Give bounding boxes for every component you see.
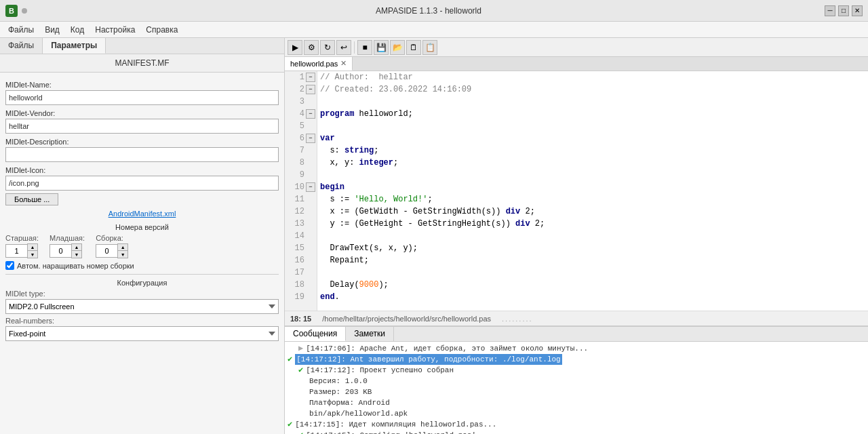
fold-button[interactable]: − xyxy=(306,73,315,82)
message-line: Размер: 203 KB xyxy=(288,387,865,397)
message-text: [14:17:15]: Идет компиляция helloworld.p… xyxy=(295,419,496,430)
real-numbers-select[interactable]: Fixed-point Floating-point xyxy=(5,326,279,341)
code-line xyxy=(320,230,865,242)
version-section-title: Номера версий xyxy=(5,223,279,231)
line-number: 1 xyxy=(300,73,306,82)
midlet-description-input[interactable] xyxy=(5,147,279,162)
line-number-row: 11 xyxy=(285,193,317,205)
version-major-input[interactable] xyxy=(5,244,27,258)
more-button[interactable]: Больше ... xyxy=(5,193,58,205)
minimize-button[interactable]: ─ xyxy=(825,5,835,16)
line-number-row: 16 xyxy=(285,254,317,267)
code-line xyxy=(320,169,865,181)
version-major-down[interactable]: ▼ xyxy=(28,251,37,258)
menu-code[interactable]: Код xyxy=(65,24,90,36)
message-text: [14:17:06]: Apache Ant, идет сборка, это… xyxy=(306,343,588,354)
midlet-name-input[interactable] xyxy=(5,90,279,105)
status-dots: ......... xyxy=(502,315,533,323)
midlet-description-label: MIDlet-Description: xyxy=(5,138,279,146)
stop-button[interactable]: ■ xyxy=(357,40,372,55)
new-button[interactable]: 🗒 xyxy=(406,40,421,55)
midlet-icon-input[interactable] xyxy=(5,176,279,191)
refresh-button[interactable]: ↻ xyxy=(320,40,335,55)
line-number: 12 xyxy=(295,207,306,216)
fold-button[interactable]: − xyxy=(306,182,315,192)
editor-tab-0[interactable]: helloworld.pas ✕ xyxy=(285,57,353,71)
auto-increment-row: Автом. наращивать номер сборки xyxy=(5,261,279,270)
code-content[interactable]: // Author: helltar// Created: 23.06.2022… xyxy=(317,71,868,311)
line-number-row: 15 xyxy=(285,242,317,254)
back-button[interactable]: ↩ xyxy=(336,40,351,55)
code-editor[interactable]: 1−2−34−56−78910−111213141516171819 // Au… xyxy=(285,71,868,311)
midlet-type-select[interactable]: MIDP2.0 Fullscreen MIDP2.0 MIDP1.0 xyxy=(5,299,279,314)
tab-parameters[interactable]: Параметры xyxy=(43,38,106,54)
line-number-row: 8 xyxy=(285,157,317,169)
fold-button[interactable]: − xyxy=(306,134,315,143)
editor-tabs: helloworld.pas ✕ xyxy=(285,57,868,71)
version-build-input[interactable] xyxy=(96,244,117,258)
run-button[interactable]: ▶ xyxy=(288,40,302,55)
line-number: 10 xyxy=(295,182,306,192)
fold-button[interactable]: − xyxy=(306,85,315,94)
code-line: x := (GetWidth - GetStringWidth(s)) div … xyxy=(320,205,865,218)
line-number-row: 19 xyxy=(285,291,317,303)
line-number-row: 6− xyxy=(285,132,317,144)
version-build-btns: ▲ ▼ xyxy=(117,243,128,258)
code-line: y := (GetHeight - GetStringHeight(s)) di… xyxy=(320,218,865,230)
tab-notes[interactable]: Заметки xyxy=(346,327,394,341)
version-build-up[interactable]: ▲ xyxy=(118,244,127,251)
line-number: 18 xyxy=(295,280,306,290)
window-controls: ─ □ ✕ xyxy=(825,5,863,16)
version-minor-down[interactable]: ▼ xyxy=(72,251,81,258)
version-build-down[interactable]: ▼ xyxy=(118,251,127,258)
ok-icon: ✔ xyxy=(288,354,292,365)
code-line: var xyxy=(320,132,865,144)
code-line: s: string; xyxy=(320,144,865,157)
editor-toolbar: ▶ ⚙ ↻ ↩ ■ 💾 📂 🗒 📋 xyxy=(285,38,868,57)
real-numbers-label: Real-numbers: xyxy=(5,317,279,325)
auto-increment-label[interactable]: Автом. наращивать номер сборки xyxy=(17,262,134,270)
menu-help[interactable]: Справка xyxy=(140,24,183,36)
message-text: [14:17:12]: Ant завершил работу, подробн… xyxy=(295,354,561,365)
save-button[interactable]: 💾 xyxy=(374,40,389,55)
version-minor-up[interactable]: ▲ xyxy=(72,244,81,251)
tab-messages[interactable]: Сообщения xyxy=(285,327,346,341)
menu-files[interactable]: Файлы xyxy=(3,24,39,36)
maximize-button[interactable]: □ xyxy=(838,5,849,16)
code-line: // Author: helltar xyxy=(320,71,865,83)
midlet-type-label: MIDlet type: xyxy=(5,290,279,298)
line-number: 15 xyxy=(295,243,306,253)
message-line: ✔[14:17:12]: Ant завершил работу, подроб… xyxy=(288,354,865,365)
auto-increment-checkbox[interactable] xyxy=(5,261,14,270)
code-line: Repaint; xyxy=(320,254,865,267)
app-icon: B xyxy=(5,5,18,17)
message-line: ✔[14:17:15]: Идет компиляция helloworld.… xyxy=(288,419,865,430)
close-button[interactable]: ✕ xyxy=(852,5,863,16)
open-button[interactable]: 📂 xyxy=(390,40,405,55)
config-section-title: Конфигурация xyxy=(5,274,279,287)
arrow-icon: ▶ xyxy=(298,343,303,354)
build-button[interactable]: ⚙ xyxy=(304,40,319,55)
menu-view[interactable]: Вид xyxy=(39,24,65,36)
message-text: [14:17:12]: Проект успешно собран xyxy=(306,365,454,376)
line-number-row: 4− xyxy=(285,108,317,120)
android-manifest-link[interactable]: AndroidManifest.xml xyxy=(5,210,279,218)
right-panel: ▶ ⚙ ↻ ↩ ■ 💾 📂 🗒 📋 helloworld.pas ✕ 1−2−3… xyxy=(285,38,868,434)
version-major-up[interactable]: ▲ xyxy=(28,244,37,251)
version-build-label: Сборка: xyxy=(96,234,123,242)
midlet-vendor-input[interactable] xyxy=(5,119,279,134)
version-build-col: Сборка: ▲ ▼ xyxy=(96,234,128,258)
line-number: 4 xyxy=(300,109,306,119)
midlet-name-label: MIDlet-Name: xyxy=(5,81,279,89)
tab-close-icon[interactable]: ✕ xyxy=(340,59,347,68)
message-text: Платформа: Android xyxy=(309,397,390,408)
version-minor-input[interactable] xyxy=(50,244,71,258)
fold-button[interactable]: − xyxy=(306,109,315,119)
cursor-position: 18: 15 xyxy=(290,315,311,323)
tab-files[interactable]: Файлы xyxy=(0,38,43,54)
menu-settings[interactable]: Настройка xyxy=(90,24,140,36)
version-row: Старшая: ▲ ▼ Младшая: ▲ xyxy=(5,234,279,258)
bottom-tabs: Сообщения Заметки xyxy=(285,327,868,342)
copy-button[interactable]: 📋 xyxy=(422,40,437,55)
line-number-row: 7 xyxy=(285,144,317,157)
